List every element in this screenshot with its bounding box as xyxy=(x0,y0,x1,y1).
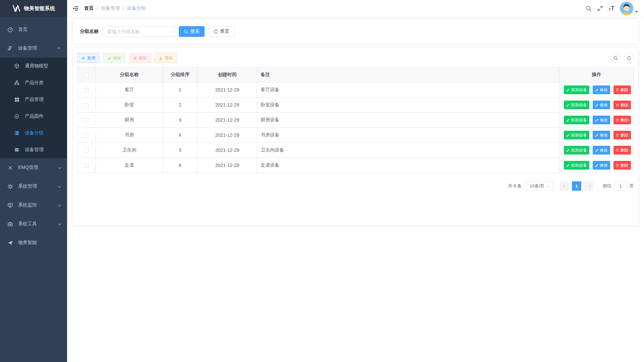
sidebar-item-device-group[interactable]: 设备分组 xyxy=(0,125,67,141)
sidebar-item-system-tools[interactable]: 系统工具 xyxy=(0,215,67,233)
add-device-button[interactable]: 添加设备 xyxy=(564,85,589,94)
row-checkbox[interactable] xyxy=(84,133,89,138)
add-device-button[interactable]: 添加设备 xyxy=(564,161,589,170)
row-edit-button[interactable]: 修改 xyxy=(593,85,610,94)
sitemap-icon xyxy=(13,80,20,85)
page-number-1[interactable]: 1 xyxy=(572,181,581,191)
search-icon[interactable] xyxy=(586,5,592,11)
device-group-table: 分组名称 分组排序 创建时间 备注 操作 客厅 1 2021-12-29 客厅设… xyxy=(77,67,634,173)
cell-created: 2021-12-29 xyxy=(198,82,257,98)
avatar[interactable] xyxy=(620,2,633,15)
goto-suffix: 页 xyxy=(630,183,634,189)
row-checkbox[interactable] xyxy=(84,88,89,93)
sidebar-item-home[interactable]: 首页 xyxy=(0,20,67,39)
logo-mark-icon xyxy=(12,4,21,13)
cell-created: 2021-12-29 xyxy=(198,158,257,173)
breadcrumb-separator: / xyxy=(123,6,124,11)
row-checkbox[interactable] xyxy=(84,163,89,168)
sidebar-submenu-device: 通用物模型 产品分类 产品管理 xyxy=(0,58,67,158)
cell-remark: 卧室设备 xyxy=(257,98,559,113)
sidebar-item-emq[interactable]: EMQ管理 xyxy=(0,158,67,177)
sidebar-item-wumei[interactable]: 物美智能 xyxy=(0,233,67,252)
row-delete-button[interactable]: 删除 xyxy=(613,116,631,124)
col-header-order: 分组排序 xyxy=(163,67,198,82)
sidebar-item-system-monitor[interactable]: 系统监控 xyxy=(0,196,67,215)
breadcrumb-home[interactable]: 首页 xyxy=(84,5,94,11)
cell-group-order: 3 xyxy=(163,113,198,128)
export-button[interactable]: 导出 xyxy=(155,53,177,63)
chevron-down-icon xyxy=(58,222,61,225)
sidebar-item-device-list[interactable]: 设备管理 xyxy=(0,141,67,158)
group-name-label: 分组名称 xyxy=(80,28,99,35)
select-all-checkbox[interactable] xyxy=(84,73,89,77)
sidebar-item-label: 产品分类 xyxy=(25,80,44,86)
table-row: 卧室 2 2021-12-29 卧室设备 添加设备 修改 删除 xyxy=(77,98,634,113)
goto-page-input[interactable] xyxy=(614,181,627,191)
row-edit-button[interactable]: 修改 xyxy=(593,116,610,124)
row-checkbox[interactable] xyxy=(84,103,89,108)
cell-group-order: 2 xyxy=(163,98,198,113)
page-size-select[interactable]: 10条/页 xyxy=(526,181,553,191)
row-checkbox[interactable] xyxy=(84,148,89,153)
pagination-total: 共 6 条 xyxy=(508,183,522,189)
sidebar-item-label: EMQ管理 xyxy=(18,165,38,171)
row-delete-button[interactable]: 删除 xyxy=(613,146,631,155)
cell-remark: 卫生间设备 xyxy=(257,143,559,158)
sidebar-item-label: 首页 xyxy=(18,26,28,33)
add-device-button[interactable]: 添加设备 xyxy=(564,101,589,109)
app-logo[interactable]: 物美智能系统 xyxy=(0,0,67,17)
row-delete-button[interactable]: 删除 xyxy=(613,131,631,139)
cell-group-order: 4 xyxy=(163,128,198,143)
user-menu[interactable] xyxy=(620,2,638,15)
menu-fold-icon[interactable] xyxy=(72,5,79,12)
prev-page-button[interactable] xyxy=(560,181,569,191)
sidebar: 物美智能系统 首页 设备管理 xyxy=(0,0,67,362)
row-delete-button[interactable]: 删除 xyxy=(613,85,631,94)
group-name-input[interactable] xyxy=(103,26,175,37)
sidebar-item-thing-model[interactable]: 通用物模型 xyxy=(0,58,67,74)
reset-button[interactable]: 重置 xyxy=(209,26,234,37)
refresh-button[interactable] xyxy=(624,53,634,63)
font-size-icon[interactable]: TT xyxy=(608,5,614,11)
fullscreen-icon[interactable] xyxy=(597,5,603,11)
cell-group-name: 书房 xyxy=(96,128,163,143)
edit-button[interactable]: 修改 xyxy=(103,53,125,63)
chevron-down-icon xyxy=(547,184,549,187)
add-button[interactable]: 新增 xyxy=(77,53,100,63)
add-device-button[interactable]: 添加设备 xyxy=(564,146,589,155)
sidebar-item-product-firmware[interactable]: 产品固件 xyxy=(0,108,67,125)
dashboard-icon xyxy=(7,27,13,33)
row-delete-button[interactable]: 删除 xyxy=(613,101,631,109)
row-edit-button[interactable]: 修改 xyxy=(593,131,610,139)
sidebar-item-product-category[interactable]: 产品分类 xyxy=(0,74,67,91)
sidebar-item-product-mgmt[interactable]: 产品管理 xyxy=(0,91,67,108)
search-button[interactable]: 搜索 xyxy=(179,26,205,37)
delete-button[interactable]: 删除 xyxy=(129,53,151,63)
cell-remark: 厨房设备 xyxy=(257,113,559,128)
cell-created: 2021-12-29 xyxy=(198,113,257,128)
row-edit-button[interactable]: 修改 xyxy=(593,146,610,155)
toggle-search-button[interactable] xyxy=(610,53,621,63)
row-checkbox[interactable] xyxy=(84,118,89,123)
sidebar-item-system-mgmt[interactable]: 系统管理 xyxy=(0,177,67,196)
breadcrumb-device-mgmt[interactable]: 设备管理 xyxy=(101,5,120,11)
caret-down-icon xyxy=(635,11,638,13)
row-delete-button[interactable]: 删除 xyxy=(613,161,631,170)
toolbar-right xyxy=(610,53,634,63)
next-page-button[interactable] xyxy=(584,181,593,191)
goto-label: 前往 xyxy=(603,183,611,189)
col-header-name: 分组名称 xyxy=(96,67,163,82)
col-header-actions: 操作 xyxy=(559,67,634,82)
sidebar-item-device-mgmt[interactable]: 设备管理 xyxy=(0,39,67,58)
chevron-down-icon xyxy=(58,166,61,169)
row-edit-button[interactable]: 修改 xyxy=(593,161,610,170)
cell-group-name: 卧室 xyxy=(96,98,163,113)
cell-group-name: 厨房 xyxy=(96,113,163,128)
cell-group-name: 客厅 xyxy=(96,82,163,98)
sidebar-item-label: 系统管理 xyxy=(18,183,37,189)
add-device-button[interactable]: 添加设备 xyxy=(564,116,589,124)
add-device-button[interactable]: 添加设备 xyxy=(564,131,589,139)
row-edit-button[interactable]: 修改 xyxy=(593,101,610,109)
cell-remark: 书房设备 xyxy=(257,128,559,143)
breadcrumb-separator: / xyxy=(97,6,98,11)
